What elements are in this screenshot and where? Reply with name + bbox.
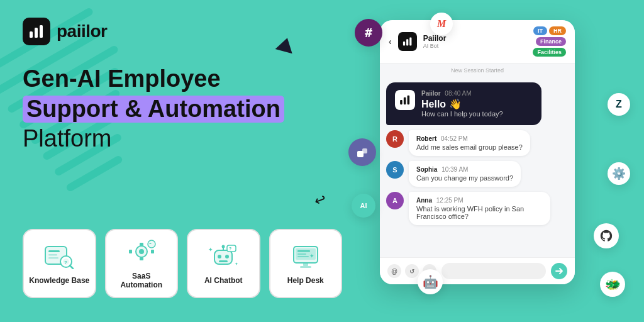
feature-cards: ? Knowledge Base [23,229,342,298]
svg-rect-30 [297,250,310,252]
avatar-sophia: S [386,161,404,179]
svg-rect-43 [362,148,367,153]
svg-rect-4 [48,250,60,252]
svg-rect-1 [35,28,38,38]
ai-badge: AI [352,194,375,218]
ai-chatbot-label: AI Chatbot [204,276,243,285]
tag-facilities: Facilities [533,48,566,57]
robert-bubble: Robert 04:52 PM Add me sales email group… [409,130,530,156]
footer-icon-2: ↺ [405,264,419,278]
back-button[interactable]: ‹ [389,36,392,47]
svg-rect-6 [48,257,58,259]
sophia-bubble: Sophia 10:39 AM Can you change my passwo… [409,161,521,187]
chat-bot-name: Paiilor [423,34,527,43]
bot-avatar [395,90,415,110]
svg-rect-16 [151,250,154,253]
svg-text:✦: ✦ [208,247,213,253]
feature-card-ai-chatbot[interactable]: ? ✦ ✦ AI Chatbot [187,229,260,298]
bot-subtext: How can I help you today? [421,110,503,118]
feature-card-knowledge-base[interactable]: ? Knowledge Base [23,229,96,298]
svg-rect-37 [406,39,408,45]
bot-hello: Hello 👋 [421,98,503,110]
svg-rect-21 [219,260,228,262]
user-message-sophia: S Sophia 10:39 AM Can you change my pass… [386,161,550,187]
svg-text:?: ? [229,247,231,251]
chat-header-logo [398,32,417,51]
svg-point-20 [225,255,229,258]
send-button[interactable] [551,263,567,279]
session-label: New Session Started [380,64,575,77]
svg-rect-41 [408,96,410,104]
headline-line2: Support & Automation [23,96,284,123]
anna-sender: Anna 12:25 PM [416,197,543,204]
svg-rect-15 [129,250,132,253]
svg-point-12 [139,249,144,254]
creature-icon: 🐲 [600,272,625,297]
svg-rect-31 [297,253,306,255]
tag-finance: Finance [536,37,566,46]
svg-rect-34 [300,266,311,268]
svg-line-9 [70,265,73,269]
svg-rect-32 [297,256,309,257]
svg-rect-39 [400,100,402,104]
feature-card-help-desk[interactable]: ✦ Help Desk [269,229,343,298]
tag-it: IT [533,26,547,35]
knowledge-base-icon: ? [42,242,76,270]
robert-sender: Robert 04:52 PM [416,135,523,142]
svg-rect-0 [30,31,33,38]
sophia-sender: Sophia 10:39 AM [416,166,513,173]
help-desk-icon: ✦ [289,242,323,270]
svg-text:✦: ✦ [235,262,238,266]
github-icon [594,223,619,248]
feature-card-saas-automation[interactable]: SaaS Automation [105,229,179,298]
svg-rect-40 [404,97,406,104]
logo-icon [23,18,50,45]
tag-hr: HR [549,26,566,35]
anna-bubble: Anna 12:25 PM What is working WFH policy… [409,192,550,225]
svg-rect-2 [40,25,43,38]
svg-rect-33 [303,263,308,266]
chat-messages: Paiilor 08:40 AM Hello 👋 How can I help … [380,77,575,257]
robert-text: Add me sales email group please? [416,143,523,151]
chat-bot-sub: AI Bot [423,43,527,49]
svg-point-19 [218,255,221,258]
user-message-robert: R Robert 04:52 PM Add me sales email gro… [386,130,550,156]
saas-automation-label: SaaS Automation [111,272,172,289]
ai-chatbot-icon: ? ✦ ✦ [206,242,240,270]
saas-automation-icon [125,238,158,265]
svg-point-23 [222,245,225,248]
chat-footer: @ ↺ ↓ [380,257,575,284]
gmail-icon: M [430,13,453,35]
slack-icon: # [355,19,382,47]
avatar-anna: A [386,192,404,209]
right-panel: ‹ Paiilor AI Bot IT HR Finance Facilitie… [342,0,644,322]
footer-icon-1: @ [387,264,401,278]
bot-sender: Paiilor 08:40 AM [421,90,503,97]
sophia-text: Can you change my password? [416,174,513,182]
settings-icon: ⚙️ [608,162,630,185]
headline-line3: Platform [23,125,342,153]
avatar-robert: R [386,130,404,148]
chat-window: ‹ Paiilor AI Bot IT HR Finance Facilitie… [380,20,575,284]
svg-rect-14 [140,257,143,260]
chat-input-bar[interactable] [441,263,546,279]
zendesk-icon: Z [608,93,630,116]
left-panel: paiilor Gen-AI Employee Support & Automa… [0,0,365,322]
chat-header-info: Paiilor AI Bot [423,34,527,49]
bot-icon: 🤖 [418,269,443,294]
help-desk-label: Help Desk [287,276,324,285]
headline: Gen-AI Employee Support & Automation Pla… [23,65,342,153]
brand-name: paiilor [57,21,108,42]
headline-line1: Gen-AI Employee [23,65,342,93]
svg-rect-5 [48,254,57,256]
user-message-anna: A Anna 12:25 PM What is working WFH poli… [386,192,550,225]
svg-text:✦: ✦ [309,253,314,259]
chat-header-tags: IT HR Finance Facilities [533,26,566,57]
svg-rect-13 [140,243,143,246]
anna-text: What is working WFH policy in San Franci… [416,205,543,220]
chat-header: ‹ Paiilor AI Bot IT HR Finance Facilitie… [380,20,575,64]
knowledge-base-label: Knowledge Base [29,276,89,285]
logo-row: paiilor [23,18,342,45]
svg-text:?: ? [64,260,67,265]
bot-message-content: Paiilor 08:40 AM Hello 👋 How can I help … [421,90,503,118]
